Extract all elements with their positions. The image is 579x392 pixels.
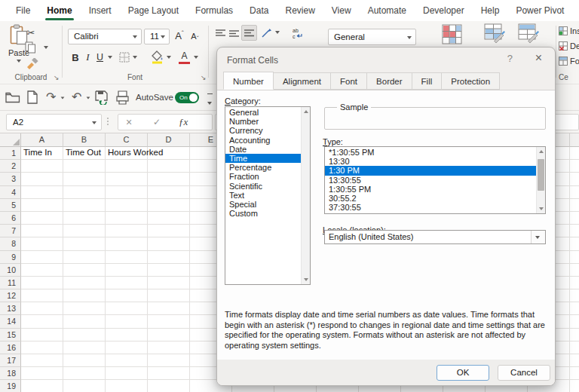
align-top-button[interactable] (214, 27, 227, 39)
cell-B3[interactable] (63, 173, 106, 185)
locale-combo[interactable]: English (United States) (324, 230, 546, 244)
cell-A9[interactable] (21, 251, 63, 264)
list-item[interactable]: Number (225, 117, 301, 126)
open-file-button[interactable] (5, 92, 20, 103)
list-item[interactable]: Time (225, 154, 301, 163)
select-all-button[interactable] (0, 133, 21, 147)
dialog-tab-font[interactable]: Font (330, 72, 367, 90)
list-item[interactable]: Special (225, 200, 301, 209)
cell-A5[interactable] (21, 199, 63, 212)
cell-C19[interactable] (106, 380, 148, 392)
increase-font-button[interactable]: Aˆ (172, 28, 187, 44)
cell-B12[interactable] (63, 289, 106, 302)
cell-B16[interactable] (63, 341, 106, 354)
bold-button[interactable]: B (69, 50, 81, 65)
type-list[interactable]: *1:30:55 PM13:301:30 PM13:30:551:30:55 P… (324, 146, 546, 214)
col-header-B[interactable]: B (63, 133, 106, 147)
list-item[interactable]: General (225, 108, 301, 117)
cell-D3[interactable] (148, 173, 190, 185)
cell-B1[interactable]: Time Out (63, 147, 106, 160)
cell-D16[interactable] (148, 341, 190, 354)
dialog-tab-number[interactable]: Number (223, 72, 274, 90)
cell-N14[interactable] (570, 315, 579, 328)
row-header-12[interactable]: 12 (0, 289, 21, 302)
orientation-button[interactable] (260, 27, 273, 39)
list-item[interactable]: Text (225, 191, 301, 200)
confirm-entry-button[interactable]: ✓ (153, 115, 161, 130)
row-header-8[interactable]: 8 (0, 237, 21, 250)
list-item[interactable]: Fraction (225, 172, 301, 181)
cell-B4[interactable] (63, 186, 106, 199)
cell-D18[interactable] (148, 367, 190, 380)
font-dialog-launcher-icon[interactable]: ↘ (201, 75, 207, 81)
cell-A8[interactable] (21, 237, 63, 250)
row-header-14[interactable]: 14 (0, 315, 21, 328)
name-box-dropdown-icon[interactable] (92, 121, 96, 124)
list-item[interactable]: Currency (225, 126, 301, 135)
cell-B11[interactable] (63, 277, 106, 289)
category-list-scrollbar[interactable] (301, 107, 310, 284)
list-item[interactable]: *1:30:55 PM (325, 148, 536, 157)
menu-tab-data[interactable]: Data (241, 0, 277, 21)
format-painter-button[interactable] (23, 57, 41, 71)
cell-N5[interactable] (570, 199, 579, 212)
cell-N17[interactable] (570, 354, 579, 367)
cell-C10[interactable] (106, 264, 148, 277)
cell-D8[interactable] (148, 237, 190, 250)
list-item[interactable]: 1:30 PM (325, 166, 536, 175)
row-header-10[interactable]: 10 (0, 264, 21, 277)
menu-tab-formulas[interactable]: Formulas (187, 0, 241, 21)
cell-N9[interactable] (570, 251, 579, 264)
cancel-button[interactable]: Cancel (498, 365, 550, 381)
cell-N6[interactable] (570, 212, 579, 225)
cell-A7[interactable] (21, 225, 63, 237)
cell-D13[interactable] (148, 302, 190, 315)
list-item[interactable]: 37:30:55 (325, 203, 536, 212)
cell-N7[interactable] (570, 225, 579, 237)
cell-N8[interactable] (570, 237, 579, 250)
menu-tab-power-pivot[interactable]: Power Pivot (507, 0, 572, 21)
cell-N1[interactable] (570, 147, 579, 160)
cell-B9[interactable] (63, 251, 106, 264)
cell-C8[interactable] (106, 237, 148, 250)
borders-button[interactable] (118, 50, 131, 65)
cell-N10[interactable] (570, 264, 579, 277)
redo-dropdown-icon[interactable] (61, 96, 65, 99)
cell-C12[interactable] (106, 289, 148, 302)
cell-C5[interactable] (106, 199, 148, 212)
cell-D10[interactable] (148, 264, 190, 277)
font-color-dropdown-icon[interactable] (194, 56, 198, 59)
cell-D7[interactable] (148, 225, 190, 237)
cell-B8[interactable] (63, 237, 106, 250)
dialog-tab-fill[interactable]: Fill (412, 72, 443, 90)
borders-dropdown-icon[interactable] (133, 56, 137, 59)
scroll-up-icon[interactable] (539, 150, 544, 153)
list-item[interactable]: 30:55.2 (325, 194, 536, 203)
cell-C11[interactable] (106, 277, 148, 289)
cell-B15[interactable] (63, 329, 106, 341)
list-item[interactable]: 13:30 (325, 157, 536, 166)
font-size-combo[interactable]: 11 (144, 29, 170, 44)
formula-bar-handle[interactable] (107, 118, 109, 127)
menu-tab-view[interactable]: View (323, 0, 360, 21)
cell-C14[interactable] (106, 315, 148, 328)
cell-D2[interactable] (148, 160, 190, 173)
ok-button[interactable]: OK (437, 365, 489, 381)
cell-A14[interactable] (21, 315, 63, 328)
type-list-scrollbar[interactable] (536, 147, 545, 213)
number-format-combo[interactable]: General (328, 29, 416, 45)
cell-D9[interactable] (148, 251, 190, 264)
clipboard-dialog-launcher-icon[interactable]: ↘ (54, 75, 60, 81)
cell-N2[interactable] (570, 160, 579, 173)
cell-D17[interactable] (148, 354, 190, 367)
italic-button[interactable]: I (83, 50, 93, 65)
menu-tab-insert[interactable]: Insert (81, 0, 120, 21)
qat-customize-button[interactable] (207, 93, 213, 109)
menu-tab-developer[interactable]: Developer (415, 0, 473, 21)
cell-B2[interactable] (63, 160, 106, 173)
cell-A15[interactable] (21, 329, 63, 341)
paste-dropdown-icon[interactable] (17, 60, 21, 63)
cell-N18[interactable] (570, 367, 579, 380)
cell-N11[interactable] (570, 277, 579, 289)
cell-B13[interactable] (63, 302, 106, 315)
